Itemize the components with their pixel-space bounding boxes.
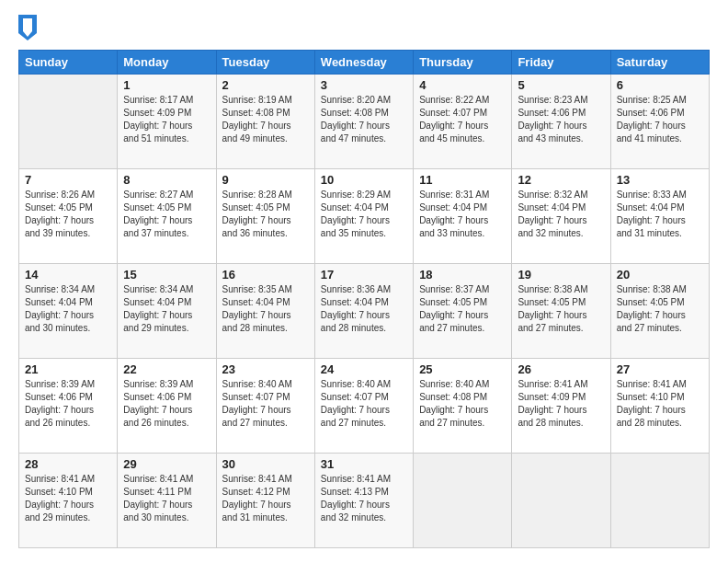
day-cell: 31Sunrise: 8:41 AM Sunset: 4:13 PM Dayli… — [314, 454, 413, 548]
day-number: 7 — [25, 173, 111, 187]
day-cell: 15Sunrise: 8:34 AM Sunset: 4:04 PM Dayli… — [118, 264, 216, 359]
logo-icon — [18, 15, 37, 40]
day-cell: 7Sunrise: 8:26 AM Sunset: 4:05 PM Daylig… — [19, 169, 118, 264]
day-cell: 26Sunrise: 8:41 AM Sunset: 4:09 PM Dayli… — [512, 359, 610, 454]
day-number: 30 — [222, 457, 309, 471]
col-header-thursday: Thursday — [414, 51, 512, 75]
day-number: 4 — [419, 78, 506, 92]
day-info: Sunrise: 8:32 AM Sunset: 4:04 PM Dayligh… — [518, 189, 604, 240]
day-number: 23 — [222, 362, 309, 376]
day-info: Sunrise: 8:35 AM Sunset: 4:04 PM Dayligh… — [222, 283, 309, 335]
day-info: Sunrise: 8:41 AM Sunset: 4:09 PM Dayligh… — [518, 378, 604, 430]
day-info: Sunrise: 8:17 AM Sunset: 4:09 PM Dayligh… — [123, 94, 210, 145]
day-number: 22 — [123, 362, 210, 376]
day-cell: 1Sunrise: 8:17 AM Sunset: 4:09 PM Daylig… — [118, 75, 216, 169]
day-number: 14 — [25, 268, 111, 282]
day-number: 19 — [518, 268, 604, 282]
day-info: Sunrise: 8:19 AM Sunset: 4:08 PM Dayligh… — [222, 94, 309, 145]
col-header-sunday: Sunday — [19, 51, 118, 75]
day-number: 27 — [617, 362, 703, 376]
day-cell — [414, 454, 512, 548]
day-cell: 16Sunrise: 8:35 AM Sunset: 4:04 PM Dayli… — [216, 264, 314, 359]
day-cell: 29Sunrise: 8:41 AM Sunset: 4:11 PM Dayli… — [118, 454, 216, 548]
day-info: Sunrise: 8:41 AM Sunset: 4:11 PM Dayligh… — [123, 473, 210, 524]
day-cell: 12Sunrise: 8:32 AM Sunset: 4:04 PM Dayli… — [512, 169, 610, 264]
day-cell: 11Sunrise: 8:31 AM Sunset: 4:04 PM Dayli… — [414, 169, 512, 264]
day-cell — [19, 75, 118, 169]
day-number: 2 — [222, 78, 309, 92]
day-info: Sunrise: 8:41 AM Sunset: 4:10 PM Dayligh… — [617, 378, 703, 430]
day-cell: 13Sunrise: 8:33 AM Sunset: 4:04 PM Dayli… — [610, 169, 709, 264]
day-info: Sunrise: 8:38 AM Sunset: 4:05 PM Dayligh… — [617, 283, 703, 335]
day-cell: 18Sunrise: 8:37 AM Sunset: 4:05 PM Dayli… — [414, 264, 512, 359]
day-info: Sunrise: 8:36 AM Sunset: 4:04 PM Dayligh… — [321, 283, 407, 335]
day-cell: 4Sunrise: 8:22 AM Sunset: 4:07 PM Daylig… — [414, 75, 512, 169]
day-info: Sunrise: 8:25 AM Sunset: 4:06 PM Dayligh… — [617, 94, 703, 145]
day-number: 31 — [321, 457, 407, 471]
day-number: 5 — [518, 78, 604, 92]
day-cell: 22Sunrise: 8:39 AM Sunset: 4:06 PM Dayli… — [118, 359, 216, 454]
day-info: Sunrise: 8:27 AM Sunset: 4:05 PM Dayligh… — [123, 189, 210, 240]
calendar-table: SundayMondayTuesdayWednesdayThursdayFrid… — [18, 50, 710, 548]
day-cell: 24Sunrise: 8:40 AM Sunset: 4:07 PM Dayli… — [314, 359, 413, 454]
day-info: Sunrise: 8:40 AM Sunset: 4:08 PM Dayligh… — [419, 378, 506, 430]
week-row-2: 7Sunrise: 8:26 AM Sunset: 4:05 PM Daylig… — [19, 169, 710, 264]
col-header-wednesday: Wednesday — [314, 51, 413, 75]
day-info: Sunrise: 8:20 AM Sunset: 4:08 PM Dayligh… — [321, 94, 407, 145]
day-number: 11 — [419, 173, 506, 187]
day-info: Sunrise: 8:40 AM Sunset: 4:07 PM Dayligh… — [321, 378, 407, 430]
day-number: 18 — [419, 268, 506, 282]
day-number: 9 — [222, 173, 309, 187]
page: SundayMondayTuesdayWednesdayThursdayFrid… — [0, 0, 728, 563]
day-number: 3 — [321, 78, 407, 92]
day-info: Sunrise: 8:41 AM Sunset: 4:13 PM Dayligh… — [321, 473, 407, 524]
day-info: Sunrise: 8:41 AM Sunset: 4:12 PM Dayligh… — [222, 473, 309, 524]
week-row-5: 28Sunrise: 8:41 AM Sunset: 4:10 PM Dayli… — [19, 454, 710, 548]
day-number: 15 — [123, 268, 210, 282]
day-cell: 25Sunrise: 8:40 AM Sunset: 4:08 PM Dayli… — [414, 359, 512, 454]
day-cell: 21Sunrise: 8:39 AM Sunset: 4:06 PM Dayli… — [19, 359, 118, 454]
day-cell: 17Sunrise: 8:36 AM Sunset: 4:04 PM Dayli… — [314, 264, 413, 359]
day-cell: 2Sunrise: 8:19 AM Sunset: 4:08 PM Daylig… — [216, 75, 314, 169]
day-number: 29 — [123, 457, 210, 471]
day-number: 12 — [518, 173, 604, 187]
day-cell: 6Sunrise: 8:25 AM Sunset: 4:06 PM Daylig… — [610, 75, 709, 169]
day-cell — [512, 454, 610, 548]
week-row-3: 14Sunrise: 8:34 AM Sunset: 4:04 PM Dayli… — [19, 264, 710, 359]
day-number: 8 — [123, 173, 210, 187]
day-info: Sunrise: 8:34 AM Sunset: 4:04 PM Dayligh… — [123, 283, 210, 335]
day-number: 1 — [123, 78, 210, 92]
day-cell: 19Sunrise: 8:38 AM Sunset: 4:05 PM Dayli… — [512, 264, 610, 359]
day-cell: 3Sunrise: 8:20 AM Sunset: 4:08 PM Daylig… — [314, 75, 413, 169]
calendar-header-row: SundayMondayTuesdayWednesdayThursdayFrid… — [19, 51, 710, 75]
day-info: Sunrise: 8:33 AM Sunset: 4:04 PM Dayligh… — [617, 189, 703, 240]
header — [18, 15, 710, 40]
day-cell: 27Sunrise: 8:41 AM Sunset: 4:10 PM Dayli… — [610, 359, 709, 454]
week-row-1: 1Sunrise: 8:17 AM Sunset: 4:09 PM Daylig… — [19, 75, 710, 169]
day-number: 28 — [25, 457, 111, 471]
day-info: Sunrise: 8:41 AM Sunset: 4:10 PM Dayligh… — [25, 473, 111, 524]
day-info: Sunrise: 8:38 AM Sunset: 4:05 PM Dayligh… — [518, 283, 604, 335]
day-cell: 14Sunrise: 8:34 AM Sunset: 4:04 PM Dayli… — [19, 264, 118, 359]
day-cell: 28Sunrise: 8:41 AM Sunset: 4:10 PM Dayli… — [19, 454, 118, 548]
day-info: Sunrise: 8:39 AM Sunset: 4:06 PM Dayligh… — [123, 378, 210, 430]
day-number: 13 — [617, 173, 703, 187]
day-info: Sunrise: 8:26 AM Sunset: 4:05 PM Dayligh… — [25, 189, 111, 240]
day-number: 17 — [321, 268, 407, 282]
day-info: Sunrise: 8:29 AM Sunset: 4:04 PM Dayligh… — [321, 189, 407, 240]
col-header-saturday: Saturday — [610, 51, 709, 75]
col-header-friday: Friday — [512, 51, 610, 75]
day-info: Sunrise: 8:40 AM Sunset: 4:07 PM Dayligh… — [222, 378, 309, 430]
day-number: 25 — [419, 362, 506, 376]
logo — [18, 15, 40, 40]
day-number: 24 — [321, 362, 407, 376]
day-number: 10 — [321, 173, 407, 187]
day-info: Sunrise: 8:31 AM Sunset: 4:04 PM Dayligh… — [419, 189, 506, 240]
day-info: Sunrise: 8:22 AM Sunset: 4:07 PM Dayligh… — [419, 94, 506, 145]
day-number: 6 — [617, 78, 703, 92]
day-cell: 5Sunrise: 8:23 AM Sunset: 4:06 PM Daylig… — [512, 75, 610, 169]
day-number: 16 — [222, 268, 309, 282]
day-cell: 9Sunrise: 8:28 AM Sunset: 4:05 PM Daylig… — [216, 169, 314, 264]
day-cell: 8Sunrise: 8:27 AM Sunset: 4:05 PM Daylig… — [118, 169, 216, 264]
day-info: Sunrise: 8:34 AM Sunset: 4:04 PM Dayligh… — [25, 283, 111, 335]
